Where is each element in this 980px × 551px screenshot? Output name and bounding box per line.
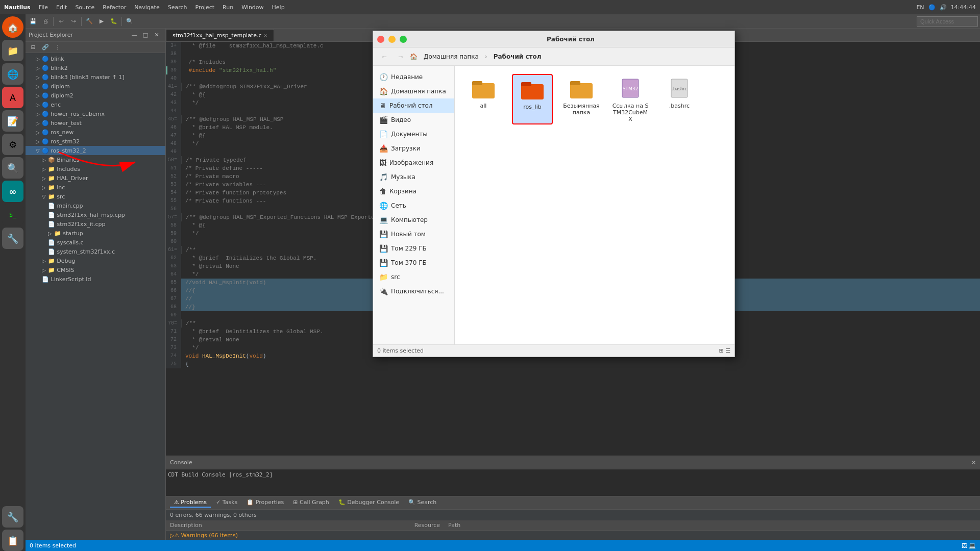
win-close-btn[interactable] [377, 36, 384, 43]
pe-item-src[interactable]: ▽📁 src [26, 192, 165, 201]
menu-edit[interactable]: Edit [56, 4, 67, 11]
pe-item-syscalls[interactable]: 📄 syscalls.c [26, 238, 165, 247]
pe-item-startup[interactable]: ▷📁 startup [26, 229, 165, 238]
pe-item-ros-new[interactable]: ▷🔵 ros_new [26, 128, 165, 137]
sidebar-vol-229[interactable]: 💾Том 229 ГБ [373, 241, 454, 256]
file-item-unnamed[interactable]: Безымянная папка [561, 74, 602, 124]
pe-item-hal-msp[interactable]: 📄 stm32f1xx_hal_msp.cpp [26, 210, 165, 219]
console-close[interactable]: ✕ [972, 460, 976, 465]
tb-undo[interactable]: ↩ [56, 16, 67, 27]
pe-minimize[interactable]: — [129, 30, 140, 41]
pe-item-diplom[interactable]: ▷🔵 diplom [26, 82, 165, 91]
tab-problems[interactable]: ⚠ Problems [170, 498, 211, 508]
sidebar-video[interactable]: 🎬Видео [373, 113, 454, 127]
pe-item-blink[interactable]: ▷🔵 blink [26, 54, 165, 63]
sidebar-music[interactable]: 🎵Музыка [373, 170, 454, 184]
tb-search[interactable]: 🔍 [124, 16, 135, 27]
pe-item-inc[interactable]: ▷📁 inc [26, 183, 165, 192]
menu-project[interactable]: Project [195, 4, 214, 11]
file-item-bashrc[interactable]: .bashrc .bashrc [659, 74, 700, 124]
file-item-stm32cubemx[interactable]: STM32 Ссылка на STM32CubeMX [610, 74, 651, 124]
tab-debugger[interactable]: 🐛 Debugger Console [334, 498, 403, 508]
pe-item-debug[interactable]: ▷📁 Debug [26, 256, 165, 265]
pe-close[interactable]: ✕ [151, 30, 162, 41]
tb-debug[interactable]: 🐛 [108, 16, 119, 27]
quick-access-input[interactable] [917, 16, 978, 27]
nav-back-btn[interactable]: ← [377, 49, 391, 64]
nav-forward-btn[interactable]: → [394, 49, 408, 64]
win-min-btn[interactable] [388, 36, 396, 43]
sidebar-vol-370[interactable]: 💾Том 370 ГБ [373, 256, 454, 270]
tab-search[interactable]: 🔍 Search [404, 498, 440, 508]
pe-maximize[interactable]: □ [140, 30, 151, 41]
menu-window[interactable]: Window [241, 4, 263, 11]
pe-item-cmsis[interactable]: ▷📁 CMSIS [26, 265, 165, 274]
sidebar-trash[interactable]: 🗑Корзина [373, 184, 454, 198]
pe-item-system[interactable]: 📄 system_stm32f1xx.c [26, 247, 165, 256]
sidebar-connect[interactable]: 🔌Подключиться... [373, 284, 454, 298]
menu-run[interactable]: Run [223, 4, 233, 11]
menu-source[interactable]: Source [75, 4, 94, 11]
pe-link[interactable]: 🔗 [40, 42, 51, 53]
pe-menu[interactable]: ⋮ [52, 42, 63, 53]
menu-file[interactable]: File [39, 4, 48, 11]
pe-item-ros-stm32[interactable]: ▷🔵 ros_stm32 [26, 137, 165, 146]
menu-help[interactable]: Help [272, 4, 285, 11]
tab-callgraph[interactable]: ⊞ Call Graph [289, 498, 333, 508]
menu-search[interactable]: Search [168, 4, 187, 11]
launcher-files[interactable]: 📁 [2, 40, 23, 61]
launcher-home[interactable]: 🏠 [2, 16, 23, 38]
launcher-app2[interactable]: ⚙ [2, 134, 23, 155]
tab-close-icon[interactable]: ✕ [264, 33, 268, 38]
sidebar-src[interactable]: 📁src [373, 270, 454, 284]
tb-save[interactable]: 💾 [28, 16, 39, 27]
pe-item-blink2[interactable]: ▷🔵 blink2 [26, 63, 165, 72]
file-item-all[interactable]: all [463, 74, 504, 124]
breadcrumb-home[interactable]: Домашняя папка [420, 52, 483, 62]
launcher-app1[interactable]: 📝 [2, 110, 23, 132]
sidebar-documents[interactable]: 📄Документы [373, 127, 454, 141]
sidebar-desktop[interactable]: 🖥Рабочий стол [373, 98, 454, 113]
pe-item-blink3[interactable]: ▷🔵 blink3 [blink3 master ↑ 1] [26, 72, 165, 82]
launcher-terminal[interactable]: $_ [2, 204, 23, 226]
tb-build[interactable]: 🔨 [84, 16, 95, 27]
tb-print[interactable]: 🖨 [40, 16, 51, 27]
file-item-ros-lib[interactable]: ros_lib [512, 74, 553, 124]
tb-run[interactable]: ▶ [96, 16, 107, 27]
pe-item-diplom2[interactable]: ▷🔵 diplom2 [26, 91, 165, 100]
tab-tasks[interactable]: ✓ Tasks [212, 498, 241, 508]
sidebar-network[interactable]: 🌐Сеть [373, 198, 454, 213]
pe-item-binaries[interactable]: ▷📦 Binaries [26, 155, 165, 164]
win-max-btn[interactable] [400, 36, 407, 43]
tab-properties[interactable]: 📋 Properties [242, 498, 288, 508]
launcher-bottom2[interactable]: 📋 [2, 530, 23, 551]
sidebar-images[interactable]: 🖼Изображения [373, 156, 454, 170]
pe-item-linker[interactable]: 📄 LinkerScript.ld [26, 274, 165, 284]
pe-item-ros-stm32-2[interactable]: ▽🔵 ros_stm32_2 [26, 146, 165, 155]
pe-item-hal-it[interactable]: 📄 stm32f1xx_it.cpp [26, 219, 165, 229]
launcher-browser[interactable]: 🌐 [2, 63, 23, 85]
editor-tab-active[interactable]: stm32f1xx_hal_msp_template.c ✕ [166, 29, 274, 41]
menu-refactor[interactable]: Refactor [103, 4, 126, 11]
breadcrumb-desktop[interactable]: Рабочий стол [489, 52, 546, 62]
warning-group[interactable]: ▷⚠ Warnings (66 items) [166, 531, 980, 540]
pe-item-hal-driver[interactable]: ▷📁 HAL_Driver [26, 173, 165, 183]
pe-item-main-cpp[interactable]: 📄 main.cpp [26, 201, 165, 210]
pe-item-enc[interactable]: ▷🔵 enc [26, 100, 165, 109]
pe-item-includes[interactable]: ▷📁 Includes [26, 164, 165, 173]
menu-navigate[interactable]: Navigate [134, 4, 159, 11]
launcher-eclipse[interactable]: 🔧 [2, 228, 23, 249]
pe-item-hower-ros[interactable]: ▷🔵 hower_ros_cubemx [26, 109, 165, 118]
sidebar-home[interactable]: 🏠Домашняя папка [373, 84, 454, 98]
sidebar-recent[interactable]: 🕐Недавние [373, 70, 454, 84]
tb-redo[interactable]: ↪ [68, 16, 79, 27]
launcher-bottom1[interactable]: 🔧 [2, 506, 23, 528]
launcher-arduino[interactable]: ∞ [2, 181, 23, 202]
pe-collapse-all[interactable]: ⊟ [28, 42, 39, 53]
launcher-search[interactable]: 🔍 [2, 157, 23, 179]
sidebar-new-volume[interactable]: 💾Новый том [373, 227, 454, 241]
pe-item-hower-test[interactable]: ▷🔵 hower_test [26, 118, 165, 128]
sidebar-computer[interactable]: 💻Компьютер [373, 213, 454, 227]
sidebar-downloads[interactable]: 📥Загрузки [373, 141, 454, 156]
launcher-text[interactable]: A [2, 87, 23, 108]
